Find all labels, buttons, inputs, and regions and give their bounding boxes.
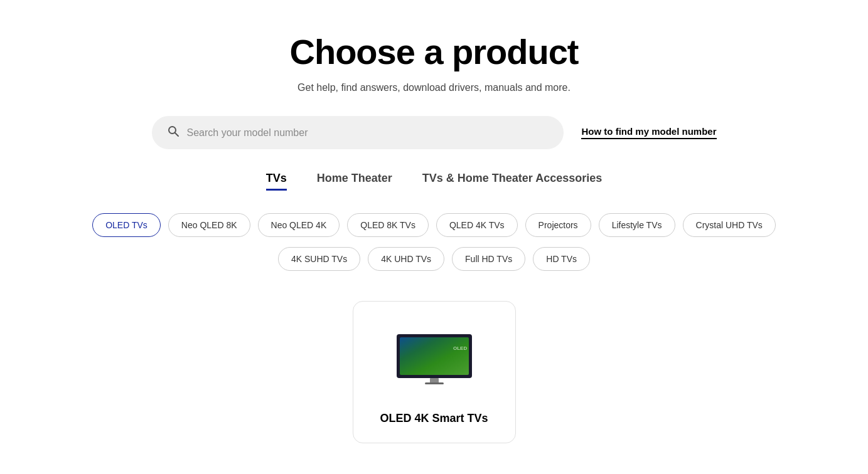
filter-chip-lifestyle[interactable]: Lifestyle TVs <box>599 213 675 237</box>
tab-home-theater[interactable]: Home Theater <box>317 172 392 191</box>
filter-chip-4k-suhd[interactable]: 4K SUHD TVs <box>278 247 360 271</box>
filter-chip-qled-4k[interactable]: QLED 4K TVs <box>436 213 518 237</box>
search-icon <box>167 125 179 140</box>
filter-row-1: OLED TVs Neo QLED 8K Neo QLED 4K QLED 8K… <box>92 213 776 237</box>
page-subtitle: Get help, find answers, download drivers… <box>297 82 571 93</box>
search-input[interactable] <box>187 127 549 139</box>
filter-chip-4k-uhd[interactable]: 4K UHD TVs <box>368 247 444 271</box>
product-card-label: OLED 4K Smart TVs <box>380 412 488 425</box>
filter-chip-hd[interactable]: HD TVs <box>533 247 590 271</box>
product-image-area: OLED <box>390 322 478 397</box>
product-image: OLED <box>394 331 475 387</box>
filter-chip-neo-qled-4k[interactable]: Neo QLED 4K <box>258 213 340 237</box>
svg-text:OLED: OLED <box>453 345 467 351</box>
filter-chip-projectors[interactable]: Projectors <box>525 213 591 237</box>
search-bar <box>152 116 564 149</box>
svg-rect-3 <box>400 337 469 375</box>
svg-rect-4 <box>430 378 439 383</box>
model-help-link[interactable]: How to find my model number <box>581 126 716 139</box>
filter-chip-qled-8k[interactable]: QLED 8K TVs <box>347 213 429 237</box>
tab-accessories[interactable]: TVs & Home Theater Accessories <box>422 172 602 191</box>
page-container: Choose a product Get help, find answers,… <box>0 0 868 468</box>
page-title: Choose a product <box>289 31 578 72</box>
svg-line-1 <box>175 133 178 136</box>
tab-tvs[interactable]: TVs <box>266 172 287 191</box>
filter-chip-full-hd[interactable]: Full HD TVs <box>452 247 525 271</box>
product-card[interactable]: OLED OLED 4K Smart TVs <box>353 301 516 443</box>
filter-row-2: 4K SUHD TVs 4K UHD TVs Full HD TVs HD TV… <box>278 247 590 271</box>
filter-chip-oled-tvs[interactable]: OLED TVs <box>92 213 161 237</box>
filter-chip-neo-qled-8k[interactable]: Neo QLED 8K <box>168 213 250 237</box>
search-row: How to find my model number <box>152 116 717 149</box>
filter-chip-crystal-uhd[interactable]: Crystal UHD TVs <box>683 213 776 237</box>
tabs-row: TVs Home Theater TVs & Home Theater Acce… <box>266 172 603 191</box>
svg-rect-5 <box>425 382 444 384</box>
